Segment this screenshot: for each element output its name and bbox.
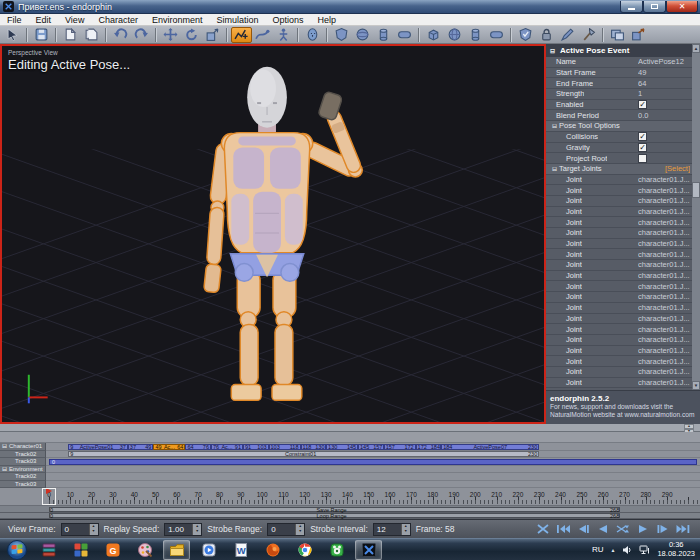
property-row[interactable]: Jointcharacter01.J...	[546, 228, 692, 239]
constraint-bar[interactable]: 9Constraint01230	[68, 451, 539, 457]
property-row[interactable]: Jointcharacter01.J...	[546, 346, 692, 357]
explorer-taskbar-icon[interactable]	[163, 540, 190, 560]
track-name-character01[interactable]: ⊟Character01	[0, 443, 46, 451]
track-name-track02[interactable]: Track02	[0, 451, 46, 459]
pose-segment[interactable]: 6476	[185, 444, 211, 450]
checkbox-project-root[interactable]	[638, 154, 647, 163]
capsule-shape-2-icon[interactable]	[486, 27, 507, 43]
property-row[interactable]: Jointcharacter01.J...	[546, 324, 692, 335]
playhead-bracket[interactable]	[42, 488, 56, 505]
tray-expand-icon[interactable]: ▲	[611, 547, 616, 553]
panel-scrollbar[interactable]: ▲ ▼	[692, 44, 700, 390]
property-row[interactable]: Jointcharacter01.J...	[546, 249, 692, 260]
cube-shape-icon[interactable]	[423, 27, 444, 43]
network-icon[interactable]	[639, 541, 650, 559]
title-bar[interactable]: Привет.ens - endorphin ✕	[0, 0, 700, 14]
page-new-icon[interactable]	[60, 27, 81, 43]
track-row-track02-4[interactable]: Track02	[0, 473, 700, 481]
window-tool-icon[interactable]	[607, 27, 628, 43]
property-row[interactable]: Jointcharacter01.J...	[546, 271, 692, 282]
cylinder-shape-2-icon[interactable]	[465, 27, 486, 43]
go-end-icon[interactable]	[676, 524, 690, 534]
property-row[interactable]: Gravity✓	[546, 143, 692, 154]
go-start-icon[interactable]	[556, 524, 570, 534]
properties-header[interactable]: ⊟ Active Pose Event	[546, 44, 700, 57]
pose-curve-tool-icon[interactable]	[252, 27, 273, 43]
globe-shape-icon[interactable]	[444, 27, 465, 43]
winrar-taskbar-icon[interactable]	[35, 540, 62, 560]
tiles-app-taskbar-icon[interactable]	[67, 540, 94, 560]
pose-segment[interactable]: 9ActivePose0137	[68, 444, 128, 450]
replay-speed-input[interactable]: 1.00▲▼	[164, 523, 202, 536]
firefox-taskbar-icon[interactable]	[259, 540, 286, 560]
property-row[interactable]: Jointcharacter01.J...	[546, 207, 692, 218]
selected-pose-segment[interactable]: 49Ac...64	[153, 444, 185, 450]
pose-segment[interactable]: 145157	[358, 444, 384, 450]
property-row[interactable]: Collisions✓	[546, 132, 692, 143]
pose-segment[interactable]: 3749	[128, 444, 154, 450]
property-row[interactable]: Blend Period0.0	[546, 110, 692, 121]
property-row[interactable]: Jointcharacter01.J...	[546, 185, 692, 196]
step-back-icon[interactable]	[576, 524, 590, 534]
checkbox-enabled[interactable]: ✓	[638, 100, 647, 109]
property-row[interactable]: Jointcharacter01.J...	[546, 367, 692, 378]
save-range-bar[interactable]: 0 Save Range 268	[49, 507, 620, 512]
pose-segment[interactable]: 103118	[269, 444, 301, 450]
track-row-track03-5[interactable]: Track03	[0, 481, 700, 489]
rotate-tool-icon[interactable]	[181, 27, 202, 43]
property-section-row[interactable]: ⊟Target Joints[Select]	[546, 164, 692, 175]
checkbox-collisions[interactable]: ✓	[638, 132, 647, 141]
start-orb-taskbar-icon[interactable]	[3, 540, 30, 560]
timeline-spinner[interactable]: ▲ ▼	[684, 424, 694, 432]
strobe-range-input[interactable]: 0▲▼	[267, 523, 305, 536]
menu-item-options[interactable]: Options	[265, 14, 310, 26]
property-row[interactable]: Strength1	[546, 89, 692, 100]
page-copy-icon[interactable]	[81, 27, 102, 43]
property-row[interactable]: Start Frame49	[546, 68, 692, 79]
volume-icon[interactable]	[622, 541, 632, 559]
property-row[interactable]: Jointcharacter01.J...	[546, 239, 692, 250]
scrollbar-thumb[interactable]	[692, 182, 700, 198]
scroll-down-icon[interactable]: ▼	[692, 381, 700, 390]
view-frame-input[interactable]: 0▲▼	[61, 523, 99, 536]
menu-item-simulation[interactable]: Simulation	[209, 14, 265, 26]
export-tool-icon[interactable]	[628, 27, 649, 43]
track-name-track02[interactable]: Track02	[0, 473, 46, 481]
property-row[interactable]: End Frame64	[546, 78, 692, 89]
track03-bar[interactable]: 0	[49, 459, 697, 465]
collapse-icon[interactable]: ⊟	[2, 466, 7, 472]
property-row[interactable]: NameActivePose12	[546, 57, 692, 68]
pose-segment[interactable]: 172184	[416, 444, 442, 450]
property-row[interactable]: Jointcharacter01.J...	[546, 175, 692, 186]
property-row[interactable]: Jointcharacter01.J...	[546, 281, 692, 292]
pose-segment[interactable]: 157172	[384, 444, 416, 450]
track-name-track03[interactable]: Track03	[0, 481, 46, 489]
pose-segment[interactable]: 130145	[326, 444, 358, 450]
endorphin-taskbar-icon[interactable]	[355, 540, 382, 560]
menu-item-view[interactable]: View	[58, 14, 91, 26]
perspective-viewport[interactable]: Perspective View Editing Active Pose...	[0, 44, 546, 424]
property-row[interactable]: Jointcharacter01.J...	[546, 196, 692, 207]
loop-range-bar[interactable]: 0 Loop Range 268	[49, 513, 620, 518]
select-joints-link[interactable]: [Select]	[638, 164, 690, 173]
close-button[interactable]: ✕	[666, 1, 698, 13]
property-section-row[interactable]: ⊟Pose Tool Options	[546, 121, 692, 132]
collapse-icon[interactable]: ⊟	[2, 443, 7, 449]
step-forward-icon[interactable]	[656, 524, 670, 534]
cylinder-shape-icon[interactable]	[373, 27, 394, 43]
track-name-track03[interactable]: Track03	[0, 458, 46, 466]
select-tool-icon[interactable]	[2, 27, 23, 43]
media-player-taskbar-icon[interactable]	[195, 540, 222, 560]
property-row[interactable]: Jointcharacter01.J...	[546, 292, 692, 303]
property-row[interactable]: Project Root	[546, 153, 692, 164]
redo-icon[interactable]	[131, 27, 152, 43]
checkbox-gravity[interactable]: ✓	[638, 143, 647, 152]
collapse-icon[interactable]: ⊟	[552, 123, 557, 129]
capsule-shape-icon[interactable]	[394, 27, 415, 43]
spinner[interactable]: ▲▼	[89, 524, 98, 535]
pose-segment[interactable]: 118130	[301, 444, 327, 450]
gog-taskbar-icon[interactable]: G	[99, 540, 126, 560]
property-row[interactable]: Jointcharacter01.J...	[546, 303, 692, 314]
property-row[interactable]: Enabled✓	[546, 100, 692, 111]
spinner[interactable]: ▲▼	[295, 524, 304, 535]
